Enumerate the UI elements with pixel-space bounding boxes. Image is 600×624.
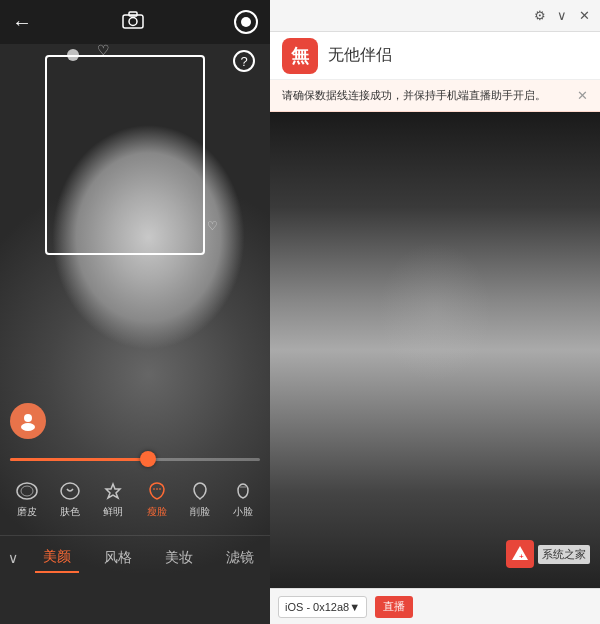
left-panel: ← ? ♡ ♡ <box>0 0 270 624</box>
svg-rect-2 <box>129 12 137 16</box>
watermark-text: 系统之家 <box>538 545 590 564</box>
svg-point-3 <box>24 414 32 422</box>
beauty-icon-fuse[interactable]: 肤色 <box>56 480 84 519</box>
right-photo: + 系统之家 <box>270 112 600 588</box>
minimize-icon[interactable]: ∨ <box>554 8 570 24</box>
face-detection-box: ♡ ♡ <box>45 55 205 255</box>
notification-close[interactable]: ✕ <box>577 88 588 103</box>
left-topbar: ← <box>0 0 270 44</box>
beauty-icon-shoulian[interactable]: 瘦脸 <box>143 480 171 519</box>
heart-icon-1: ♡ <box>97 42 110 58</box>
ios-selector-label: iOS - 0x12a8 <box>285 601 349 613</box>
svg-text:+: + <box>519 552 524 561</box>
shoulian-label: 瘦脸 <box>147 505 167 519</box>
tab-filter[interactable]: 滤镜 <box>218 544 262 572</box>
camera-icon[interactable] <box>122 11 144 34</box>
beauty-icon-xianming[interactable]: 鲜明 <box>99 480 127 519</box>
xiaolian-icon <box>229 480 257 502</box>
tab-makeup[interactable]: 美妆 <box>157 544 201 572</box>
app-header: 無 无他伴侣 <box>270 32 600 80</box>
svg-point-1 <box>129 17 137 25</box>
shoulian-icon <box>143 480 171 502</box>
app-title: 无他伴侣 <box>328 45 392 66</box>
beauty-icon-mopi[interactable]: 磨皮 <box>13 480 41 519</box>
right-panel: ⚙ ∨ ✕ 無 无他伴侣 请确保数据线连接成功，并保持手机端直播助手开启。 ✕ … <box>270 0 600 624</box>
bottom-tabs: ∨ 美颜 风格 美妆 滤镜 <box>0 535 270 579</box>
mopi-icon <box>13 480 41 502</box>
xianming-icon <box>99 480 127 502</box>
xianming-label: 鲜明 <box>103 505 123 519</box>
gear-icon[interactable]: ⚙ <box>532 8 548 24</box>
notification-bar: 请确保数据线连接成功，并保持手机端直播助手开启。 ✕ <box>270 80 600 112</box>
dropdown-arrow-icon: ▼ <box>349 601 360 613</box>
beauty-icon-xuolian[interactable]: 削脸 <box>186 480 214 519</box>
slider-track <box>10 458 260 461</box>
slider-thumb[interactable] <box>140 451 156 467</box>
svg-point-4 <box>21 423 35 431</box>
tab-chevron[interactable]: ∨ <box>8 550 18 566</box>
status-bar: iOS - 0x12a8 ▼ 直播 <box>270 588 600 624</box>
notification-text: 请确保数据线连接成功，并保持手机端直播助手开启。 <box>282 88 546 103</box>
user-avatar[interactable] <box>10 403 46 439</box>
xuolian-label: 削脸 <box>190 505 210 519</box>
svg-point-6 <box>21 486 33 496</box>
beauty-icon-xiaolian[interactable]: 小脸 <box>229 480 257 519</box>
close-icon[interactable]: ✕ <box>576 8 592 24</box>
beauty-icons-row: 磨皮 肤色 鲜明 <box>0 474 270 524</box>
beauty-slider[interactable] <box>10 449 260 469</box>
ios-selector[interactable]: iOS - 0x12a8 ▼ <box>278 596 367 618</box>
watermark-logo: + <box>506 540 534 568</box>
photo-overlay <box>270 112 600 588</box>
fuse-label: 肤色 <box>60 505 80 519</box>
tab-style[interactable]: 风格 <box>96 544 140 572</box>
back-button[interactable]: ← <box>12 11 32 34</box>
tab-beauty[interactable]: 美颜 <box>35 543 79 573</box>
watermark: + 系统之家 <box>506 540 590 568</box>
svg-point-5 <box>17 483 37 499</box>
xuolian-icon <box>186 480 214 502</box>
app-logo: 無 <box>282 38 318 74</box>
record-button[interactable] <box>234 10 258 34</box>
stream-button[interactable]: 直播 <box>375 596 413 618</box>
xiaolian-label: 小脸 <box>233 505 253 519</box>
fuse-icon <box>56 480 84 502</box>
heart-icon-2: ♡ <box>207 219 218 233</box>
slider-fill <box>10 458 148 461</box>
help-icon[interactable]: ? <box>233 50 255 72</box>
titlebar: ⚙ ∨ ✕ <box>270 0 600 32</box>
mopi-label: 磨皮 <box>17 505 37 519</box>
